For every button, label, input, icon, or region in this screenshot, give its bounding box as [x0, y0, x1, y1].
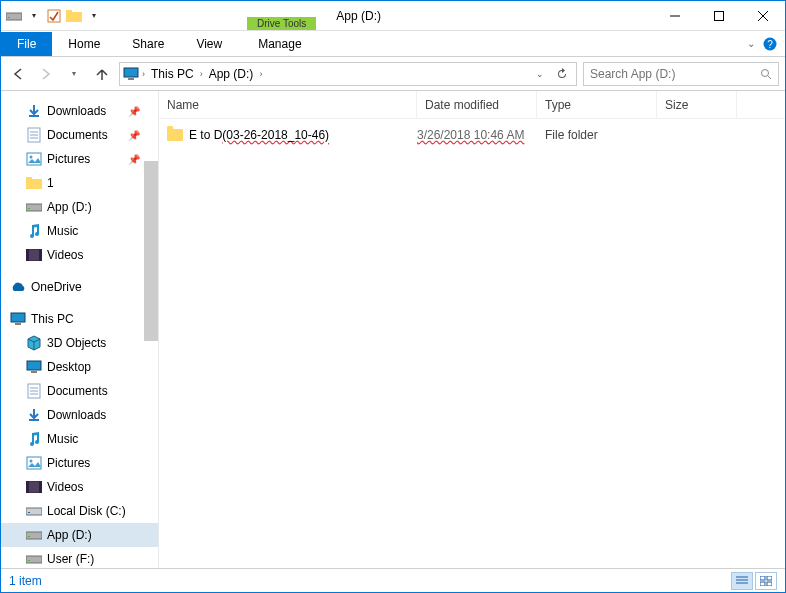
svg-rect-1: [8, 17, 10, 18]
tree-item-this-pc[interactable]: This PC: [1, 307, 158, 331]
details-view-button[interactable]: [731, 572, 753, 590]
window-title: App (D:): [336, 9, 381, 23]
svg-rect-27: [26, 249, 29, 261]
drive-icon: [25, 526, 43, 544]
file-name: E to D(03-26-2018_10-46): [189, 128, 329, 142]
file-row[interactable]: E to D(03-26-2018_10-46)3/26/2018 10:46 …: [159, 123, 785, 147]
tree-label: App (D:): [47, 200, 92, 214]
tree-item-app-d-[interactable]: App (D:): [1, 195, 158, 219]
expand-ribbon-icon[interactable]: ⌄: [747, 38, 755, 49]
search-box[interactable]: [583, 62, 779, 86]
tab-file[interactable]: File: [1, 32, 52, 56]
tree-item-pictures[interactable]: Pictures: [1, 451, 158, 475]
nav-scrollbar[interactable]: [144, 161, 158, 341]
column-type[interactable]: Type: [537, 91, 657, 118]
qat-dropdown[interactable]: ▾: [25, 7, 43, 25]
maximize-button[interactable]: [697, 2, 741, 30]
qat-customize[interactable]: ▾: [85, 7, 103, 25]
svg-rect-48: [28, 560, 30, 561]
tree-item-desktop[interactable]: Desktop: [1, 355, 158, 379]
tree-item-music[interactable]: Music: [1, 427, 158, 451]
drive-icon: [25, 198, 43, 216]
folder-icon: [167, 129, 183, 141]
new-folder-icon[interactable]: [65, 7, 83, 25]
svg-rect-23: [26, 177, 32, 180]
forward-button[interactable]: [35, 63, 57, 85]
back-button[interactable]: [7, 63, 29, 85]
quick-access-toolbar: ▾ ▾: [1, 7, 107, 25]
tree-label: Local Disk (C:): [47, 504, 126, 518]
minimize-button[interactable]: [653, 2, 697, 30]
tree-item-music[interactable]: Music: [1, 219, 158, 243]
column-size[interactable]: Size: [657, 91, 737, 118]
svg-rect-2: [48, 10, 60, 22]
tree-item-videos[interactable]: Videos: [1, 475, 158, 499]
tree-item-1[interactable]: 1: [1, 171, 158, 195]
column-type-label: Type: [545, 98, 571, 112]
svg-rect-38: [27, 457, 41, 469]
tree-item-downloads[interactable]: Downloads📌: [1, 99, 158, 123]
close-button[interactable]: [741, 2, 785, 30]
tree-item-videos[interactable]: Videos: [1, 243, 158, 267]
tree-label: Videos: [47, 480, 83, 494]
refresh-button[interactable]: [551, 68, 573, 80]
window-controls: [653, 2, 785, 30]
search-icon[interactable]: [760, 68, 772, 80]
svg-point-21: [30, 156, 33, 159]
svg-rect-55: [767, 582, 772, 586]
help-icon[interactable]: ?: [763, 37, 777, 51]
tree-item-onedrive[interactable]: OneDrive: [1, 275, 158, 299]
address-dropdown[interactable]: ⌄: [529, 69, 551, 79]
tree-label: Documents: [47, 128, 108, 142]
tree-item-app-d-[interactable]: App (D:): [1, 523, 158, 547]
tree-item-pictures[interactable]: Pictures📌: [1, 147, 158, 171]
tree-item-documents[interactable]: Documents📌: [1, 123, 158, 147]
tree-label: OneDrive: [31, 280, 82, 294]
svg-rect-29: [11, 313, 25, 322]
svg-rect-4: [66, 10, 72, 13]
pin-icon: 📌: [128, 106, 140, 117]
svg-rect-12: [128, 78, 134, 80]
svg-rect-47: [26, 556, 42, 563]
tab-manage[interactable]: Manage: [242, 32, 317, 56]
column-name[interactable]: Name ⌃: [159, 91, 417, 118]
tree-label: User (F:): [47, 552, 94, 566]
tree-item-local-disk-c-[interactable]: Local Disk (C:): [1, 499, 158, 523]
navigation-pane: Downloads📌Documents📌Pictures📌1App (D:)Mu…: [1, 91, 159, 568]
status-text: 1 item: [9, 574, 42, 588]
svg-rect-46: [28, 536, 30, 537]
tree-item-documents[interactable]: Documents: [1, 379, 158, 403]
title-bar: ▾ ▾ Drive Tools App (D:): [1, 1, 785, 31]
svg-rect-20: [27, 153, 41, 165]
history-dropdown[interactable]: ▾: [63, 63, 85, 85]
tab-view[interactable]: View: [180, 32, 238, 56]
download-icon: [25, 102, 43, 120]
tree-item-3d-objects[interactable]: 3D Objects: [1, 331, 158, 355]
up-button[interactable]: [91, 63, 113, 85]
tree-label: Downloads: [47, 104, 106, 118]
crumb-this-pc[interactable]: This PC: [148, 67, 197, 81]
tab-share[interactable]: Share: [116, 32, 180, 56]
tree-label: Music: [47, 432, 78, 446]
address-bar[interactable]: › This PC › App (D:) › ⌄: [119, 62, 577, 86]
search-input[interactable]: [590, 67, 760, 81]
column-date[interactable]: Date modified: [417, 91, 537, 118]
svg-rect-11: [124, 68, 138, 77]
svg-rect-52: [760, 576, 765, 580]
video-icon: [25, 478, 43, 496]
tree-label: Pictures: [47, 456, 90, 470]
tree-item-user-f-[interactable]: User (F:): [1, 547, 158, 568]
tree-item-downloads[interactable]: Downloads: [1, 403, 158, 427]
svg-point-39: [30, 460, 33, 463]
icons-view-button[interactable]: [755, 572, 777, 590]
document-icon: [25, 126, 43, 144]
tree-label: 3D Objects: [47, 336, 106, 350]
drive-tools-label: Drive Tools: [247, 17, 316, 30]
tab-home[interactable]: Home: [52, 32, 116, 56]
picture-icon: [25, 454, 43, 472]
tree-label: Music: [47, 224, 78, 238]
properties-icon[interactable]: [45, 7, 63, 25]
crumb-app-d[interactable]: App (D:): [206, 67, 257, 81]
cube-icon: [25, 334, 43, 352]
sort-indicator-up-icon: ⌃: [288, 91, 295, 95]
